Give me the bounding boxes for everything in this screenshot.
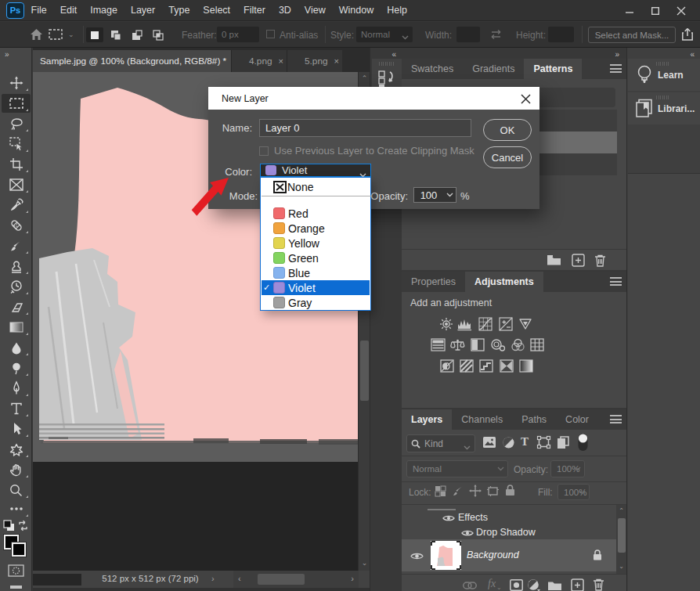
new-group-icon[interactable] — [547, 254, 561, 268]
vertical-scroll-thumb[interactable] — [360, 341, 369, 401]
tool-hand[interactable] — [2, 460, 31, 479]
color-option-violet[interactable]: ✓ Violet — [262, 280, 370, 295]
black-white-icon[interactable] — [471, 338, 485, 352]
tool-history-brush[interactable] — [2, 277, 31, 296]
tool-move[interactable] — [2, 74, 31, 92]
new-group-icon[interactable] — [547, 579, 562, 591]
tool-zoom[interactable] — [2, 481, 31, 499]
layer-filter-kind-select[interactable]: Kind — [406, 434, 475, 452]
invert-icon[interactable] — [440, 359, 454, 373]
tool-object-selection[interactable] — [2, 135, 31, 153]
menu-window[interactable]: Window — [332, 0, 380, 21]
tool-eyedropper[interactable] — [2, 196, 31, 214]
color-option-none[interactable]: None — [262, 179, 370, 194]
threshold-icon[interactable] — [479, 359, 493, 373]
width-input[interactable] — [456, 27, 480, 42]
filter-toggle[interactable] — [577, 432, 589, 455]
filter-smart-objects-icon[interactable] — [557, 436, 569, 452]
layer-list-scrollbar[interactable]: ⌃ ⌄ — [616, 505, 626, 574]
anti-alias-checkbox[interactable] — [266, 30, 275, 38]
panel-menu-icon[interactable] — [610, 415, 622, 423]
vibrance-icon[interactable] — [518, 318, 532, 332]
tool-lasso[interactable] — [2, 114, 31, 133]
tool-preset-marquee-icon[interactable] — [49, 29, 63, 42]
tab-4-png[interactable]: 4.png × — [231, 50, 287, 72]
screen-mode-icon[interactable] — [10, 586, 22, 589]
cancel-button[interactable]: Cancel — [483, 146, 532, 168]
posterize-icon[interactable] — [460, 359, 474, 373]
curves-icon[interactable] — [478, 317, 493, 331]
background-layer-row[interactable]: Background — [402, 539, 616, 571]
color-select[interactable]: Violet — [260, 164, 371, 177]
tool-blur[interactable] — [2, 338, 31, 357]
opacity-chevron-icon[interactable] — [443, 187, 456, 203]
photo-filter-icon[interactable] — [490, 338, 504, 352]
new-adjustment-layer-icon[interactable] — [527, 578, 541, 591]
opacity-select[interactable]: 100% — [550, 460, 585, 477]
tab-patterns[interactable]: Patterns — [524, 59, 582, 79]
tool-preset-chevron-icon[interactable]: ⌄ — [68, 31, 74, 38]
tab-layers[interactable]: Layers — [402, 409, 452, 430]
tab-properties[interactable]: Properties — [402, 272, 465, 292]
rail-collapse-icon[interactable]: « — [690, 50, 694, 59]
filter-adjustment-layers-icon[interactable] — [502, 436, 515, 452]
tool-gradient[interactable] — [2, 318, 31, 337]
brightness-contrast-icon[interactable] — [439, 317, 453, 331]
blend-mode-select[interactable]: Normal — [406, 460, 508, 477]
tab-close-icon[interactable]: × — [279, 56, 283, 66]
tab-gradients[interactable]: Gradients — [463, 59, 524, 79]
tool-brush[interactable] — [2, 236, 31, 255]
tool-path-selection[interactable] — [2, 420, 31, 438]
maximize-button[interactable] — [642, 0, 668, 21]
dialog-title-bar[interactable]: New Layer — [208, 87, 539, 110]
horizontal-scroll-thumb[interactable] — [258, 574, 305, 585]
dock-expand-icon[interactable]: » — [615, 50, 619, 59]
levels-icon[interactable] — [457, 317, 471, 331]
panel-menu-icon[interactable] — [610, 64, 622, 73]
zoom-level-input[interactable] — [33, 574, 81, 586]
scroll-right-icon[interactable]: › — [351, 574, 354, 583]
libraries-panel-button[interactable]: Librari... — [628, 92, 700, 124]
clipping-mask-checkbox[interactable] — [259, 146, 269, 156]
tool-pen[interactable] — [2, 379, 31, 398]
tool-rectangular-marquee[interactable] — [2, 94, 31, 113]
tool-edit-toolbar[interactable] — [2, 499, 31, 518]
ok-button[interactable]: OK — [483, 119, 532, 141]
subtract-from-selection-button[interactable] — [128, 27, 146, 42]
menu-layer[interactable]: Layer — [124, 0, 161, 21]
new-layer-icon[interactable] — [571, 578, 584, 591]
quick-mask-icon[interactable] — [8, 564, 24, 579]
status-expand-icon[interactable]: › — [211, 574, 215, 583]
color-balance-icon[interactable] — [450, 338, 464, 352]
menu-select[interactable]: Select — [197, 0, 237, 21]
toolbar-expand-icon[interactable]: » — [5, 50, 9, 59]
menu-type[interactable]: Type — [162, 0, 197, 21]
lock-artboard-icon[interactable] — [486, 485, 500, 499]
tab-close-icon[interactable]: × — [334, 56, 339, 66]
color-option-blue[interactable]: Blue — [262, 265, 370, 280]
gradient-map-icon[interactable] — [519, 359, 533, 373]
lock-position-icon[interactable] — [469, 485, 482, 499]
tab-color[interactable]: Color — [556, 409, 598, 430]
add-to-selection-button[interactable] — [107, 27, 124, 42]
opacity-input[interactable]: 100 — [413, 187, 444, 203]
tab-swatches[interactable]: Swatches — [402, 59, 463, 79]
height-input[interactable] — [548, 27, 574, 42]
tool-type[interactable] — [2, 399, 31, 418]
canvas-horizontal-scrollbar[interactable]: ‹ › — [233, 571, 359, 588]
menu-filter[interactable]: Filter — [237, 0, 272, 21]
intersect-selection-button[interactable] — [150, 27, 167, 42]
tool-crop[interactable] — [2, 155, 31, 174]
channel-mixer-icon[interactable] — [511, 338, 525, 352]
tool-spot-healing-brush[interactable] — [2, 216, 31, 235]
menu-help[interactable]: Help — [381, 0, 414, 21]
background-color-swatch[interactable] — [12, 542, 26, 557]
menu-view[interactable]: View — [298, 0, 332, 21]
fill-select[interactable]: 100% — [557, 484, 590, 500]
hue-saturation-icon[interactable] — [431, 338, 445, 352]
tool-dodge[interactable] — [2, 359, 31, 377]
default-colors-icon[interactable] — [3, 520, 16, 534]
delete-layer-icon[interactable] — [593, 578, 604, 591]
dialog-close-icon[interactable] — [518, 91, 533, 106]
scroll-up-icon[interactable]: ⌃ — [359, 74, 370, 82]
